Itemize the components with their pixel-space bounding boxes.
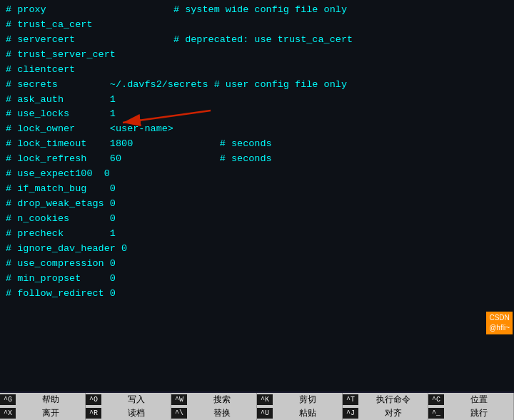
shortcut-label-replace: 替换	[187, 406, 256, 420]
shortcut-position[interactable]: ^C 位置	[428, 393, 514, 406]
shortcut-read[interactable]: ^R 读档	[86, 406, 171, 420]
shortcut-exit[interactable]: ^X 离开	[0, 406, 86, 420]
shortcut-key-cut: ^K	[257, 394, 273, 405]
shortcut-paste[interactable]: ^U 粘贴	[257, 406, 343, 420]
line-11: # lock_refresh 60 # seconds	[6, 152, 508, 167]
line-3: # servercert # deprecated: use trust_ca_…	[6, 33, 508, 48]
shortcut-key-exit: ^X	[0, 408, 16, 419]
shortcut-key-search: ^W	[171, 394, 187, 405]
shortcut-label-cut: 剪切	[273, 393, 342, 406]
line-13: # if_match_bug 0	[6, 182, 508, 197]
shortcut-cut[interactable]: ^K 剪切	[257, 393, 343, 406]
line-6: # secrets ~/.davfs2/secrets # user confi…	[6, 78, 508, 93]
shortcut-help[interactable]: ^G 帮助	[0, 393, 86, 406]
line-5: # clientcert	[6, 63, 508, 78]
shortcut-label-paste: 粘贴	[273, 406, 342, 420]
line-1: # proxy # system wide config file only	[6, 3, 508, 18]
shortcut-label-position: 位置	[444, 393, 513, 406]
line-19: # min_propset 0	[6, 272, 508, 287]
shortcut-label-align: 对齐	[358, 406, 428, 420]
shortcut-replace[interactable]: ^\ 替换	[171, 406, 257, 420]
shortcut-label-write: 写入	[101, 393, 171, 406]
line-18: # use_compression 0	[6, 257, 508, 272]
line-7: # ask_auth 1	[6, 93, 508, 108]
shortcut-key-replace: ^\	[171, 408, 187, 419]
shortcut-label-goto: 跳行	[444, 406, 513, 420]
shortcut-key-align: ^J	[343, 408, 358, 419]
line-2: # trust_ca_cert	[6, 18, 508, 33]
shortcut-key-goto: ^_	[428, 408, 444, 419]
shortcut-goto[interactable]: ^_ 跳行	[428, 406, 514, 420]
shortcut-exec[interactable]: ^T 执行命令	[343, 393, 428, 406]
shortcut-key-help: ^G	[0, 394, 16, 405]
shortcut-key-paste: ^U	[257, 408, 273, 419]
shortcut-align[interactable]: ^J 对齐	[343, 406, 428, 420]
shortcut-key-write: ^O	[86, 394, 101, 405]
shortcut-label-read: 读档	[101, 406, 171, 420]
shortcut-key-exec: ^T	[343, 394, 358, 405]
shortcut-label-search: 搜索	[187, 393, 256, 406]
line-17: # ignore_dav_header 0	[6, 242, 508, 257]
editor-area: # proxy # system wide config file only #…	[0, 0, 514, 391]
line-9: # lock_owner <user-name>	[6, 122, 508, 137]
shortcut-key-position: ^C	[428, 394, 444, 405]
line-16: # precheck 1	[6, 227, 508, 242]
shortcut-search[interactable]: ^W 搜索	[171, 393, 257, 406]
line-20: # follow_redirect 0	[6, 287, 508, 302]
status-bar: ^G 帮助 ^O 写入 ^W 搜索 ^K 剪切 ^T 执行命令	[0, 391, 514, 420]
shortcut-row-1: ^G 帮助 ^O 写入 ^W 搜索 ^K 剪切 ^T 执行命令	[0, 393, 514, 406]
line-14: # drop_weak_etags 0	[6, 197, 508, 212]
shortcut-label-exit: 离开	[16, 406, 85, 420]
line-10: # lock_timeout 1800 # seconds	[6, 137, 508, 152]
shortcut-label-help: 帮助	[16, 393, 85, 406]
line-15: # n_cookies 0	[6, 212, 508, 227]
shortcut-key-read: ^R	[86, 408, 101, 419]
line-12: # use_expect100 0	[6, 167, 508, 182]
shortcut-label-exec: 执行命令	[358, 393, 428, 406]
line-8: # use_locks 1	[6, 107, 508, 122]
shortcut-write[interactable]: ^O 写入	[86, 393, 171, 406]
shortcut-row-2: ^X 离开 ^R 读档 ^\ 替换 ^U 粘贴 ^J 对齐	[0, 406, 514, 420]
line-4: # trust_server_cert	[6, 48, 508, 63]
watermark: CSDN @hfli~	[486, 312, 513, 334]
